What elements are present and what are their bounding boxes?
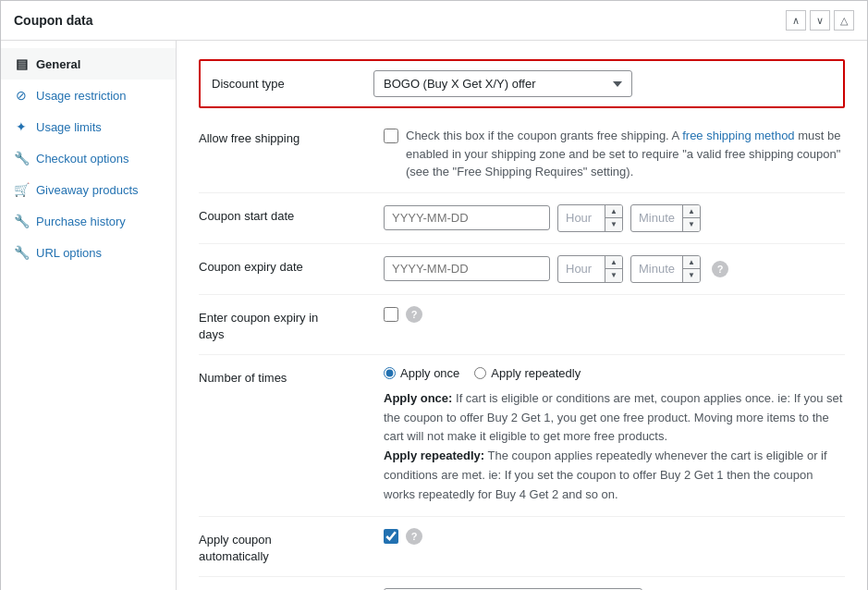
usage-limits-icon: ✦: [14, 119, 29, 134]
coupon-expiry-days-label-line2: days: [199, 327, 224, 341]
sidebar: ▤ General ⊘ Usage restriction ✦ Usage li…: [1, 41, 177, 590]
coupon-start-hour-spinner: Hour ▲ ▼: [557, 204, 623, 232]
purchase-history-icon: 🔧: [14, 214, 29, 228]
sidebar-item-purchase-history[interactable]: 🔧 Purchase history: [1, 205, 176, 237]
sidebar-item-usage-restriction[interactable]: ⊘ Usage restriction: [1, 80, 176, 111]
coupon-expiry-help-icon[interactable]: ?: [712, 261, 728, 277]
number-of-times-radio-group: Apply once Apply repeatedly: [384, 366, 845, 380]
general-icon: ▤: [14, 56, 29, 71]
number-of-times-description: Apply once: If cart is eligible or condi…: [384, 389, 845, 505]
coupon-expiry-days-label-line1: Enter coupon expiry in: [199, 311, 318, 325]
number-of-times-row: Number of times Apply once Apply repeate…: [199, 355, 845, 517]
free-shipping-method-link[interactable]: free shipping method: [682, 129, 794, 142]
coupon-start-hour-up[interactable]: ▲: [605, 205, 622, 218]
title-bar: Coupon data ∧ ∨ △: [1, 1, 867, 41]
apply-once-radio[interactable]: [384, 367, 396, 379]
coupon-data-window: Coupon data ∧ ∨ △ ▤ General ⊘ Usage rest…: [0, 0, 868, 590]
coupon-expiry-date-content: Hour ▲ ▼ Minute ▲ ▼: [384, 255, 845, 283]
sidebar-item-url-options[interactable]: 🔧 URL options: [1, 237, 176, 268]
number-of-times-label: Number of times: [199, 366, 384, 387]
apply-automatically-label-line2: automatically: [199, 549, 269, 563]
coupon-expiry-days-help-icon[interactable]: ?: [406, 306, 422, 323]
coupon-expiry-minute-label: Minute: [631, 257, 682, 280]
number-of-times-content: Apply once Apply repeatedly Apply once: …: [384, 366, 845, 505]
display-coupon-in-row: Display coupon in ?: [199, 577, 845, 590]
coupon-expiry-days-label: Enter coupon expiry in days: [199, 306, 384, 343]
apply-once-text: Apply once: [400, 366, 459, 380]
sidebar-item-giveaway-products-label: Giveaway products: [36, 183, 139, 197]
discount-type-select[interactable]: BOGO (Buy X Get X/Y) offer Percentage di…: [373, 70, 632, 97]
coupon-start-minute-buttons: ▲ ▼: [682, 205, 700, 231]
collapse-button[interactable]: ∧: [786, 10, 806, 31]
coupon-expiry-minute-up[interactable]: ▲: [683, 256, 700, 269]
coupon-expiry-date-label: Coupon expiry date: [199, 255, 384, 276]
coupon-expiry-hour-label: Hour: [558, 257, 605, 280]
apply-repeatedly-text: Apply repeatedly: [491, 366, 581, 380]
coupon-expiry-minute-spinner: Minute ▲ ▼: [630, 255, 701, 283]
coupon-expiry-days-checkbox[interactable]: [384, 307, 398, 322]
coupon-start-minute-down[interactable]: ▼: [683, 218, 700, 231]
title-bar-controls: ∧ ∨ △: [786, 10, 854, 31]
window-title: Coupon data: [14, 13, 93, 28]
coupon-expiry-date-inputs: Hour ▲ ▼ Minute ▲ ▼: [384, 255, 845, 283]
coupon-start-date-content: Hour ▲ ▼ Minute ▲ ▼: [384, 204, 845, 232]
apply-once-bold: Apply once:: [384, 391, 452, 405]
sidebar-item-usage-limits-label: Usage limits: [36, 120, 102, 134]
coupon-start-date-row: Coupon start date Hour ▲ ▼ Minute: [199, 193, 845, 244]
coupon-start-hour-label: Hour: [558, 206, 605, 229]
coupon-expiry-hour-up[interactable]: ▲: [605, 256, 622, 269]
apply-once-label[interactable]: Apply once: [384, 366, 459, 380]
coupon-start-hour-buttons: ▲ ▼: [605, 205, 622, 231]
coupon-expiry-minute-down[interactable]: ▼: [683, 269, 700, 282]
coupon-start-minute-label: Minute: [631, 206, 682, 229]
coupon-expiry-hour-down[interactable]: ▼: [605, 269, 622, 282]
free-shipping-description: Check this box if the coupon grants free…: [406, 127, 845, 181]
coupon-expiry-date-input[interactable]: [384, 256, 550, 281]
url-options-icon: 🔧: [14, 245, 29, 260]
content-area: Discount type BOGO (Buy X Get X/Y) offer…: [177, 41, 867, 590]
sidebar-item-giveaway-products[interactable]: 🛒 Giveaway products: [1, 174, 176, 205]
sidebar-item-usage-limits[interactable]: ✦ Usage limits: [1, 111, 176, 142]
sidebar-item-general-label: General: [36, 57, 80, 71]
coupon-expiry-days-row: Enter coupon expiry in days ?: [199, 295, 845, 355]
apply-repeatedly-bold: Apply repeatedly:: [384, 449, 484, 462]
apply-repeatedly-label[interactable]: Apply repeatedly: [474, 366, 581, 380]
discount-type-row: Discount type BOGO (Buy X Get X/Y) offer…: [199, 59, 845, 108]
fullscreen-button[interactable]: △: [834, 10, 854, 31]
checkout-options-icon: 🔧: [14, 151, 29, 166]
allow-free-shipping-row: Allow free shipping Check this box if th…: [199, 116, 845, 193]
apply-automatically-help-icon[interactable]: ?: [406, 528, 422, 545]
coupon-start-date-input[interactable]: [384, 205, 550, 230]
allow-free-shipping-content: Check this box if the coupon grants free…: [384, 127, 845, 181]
sidebar-item-checkout-options-label: Checkout options: [36, 152, 128, 166]
apply-automatically-content: ?: [384, 528, 845, 545]
sidebar-item-usage-restriction-label: Usage restriction: [36, 89, 127, 103]
apply-automatically-row: Apply coupon automatically ?: [199, 517, 845, 577]
apply-once-description: If cart is eligible or conditions are me…: [384, 391, 842, 444]
coupon-expiry-date-row: Coupon expiry date Hour ▲ ▼ Minute: [199, 244, 845, 295]
allow-free-shipping-label: Allow free shipping: [199, 127, 384, 147]
coupon-start-minute-up[interactable]: ▲: [683, 205, 700, 218]
usage-restriction-icon: ⊘: [14, 88, 29, 103]
coupon-expiry-days-content: ?: [384, 306, 845, 323]
sidebar-item-url-options-label: URL options: [36, 246, 102, 260]
coupon-start-date-label: Coupon start date: [199, 204, 384, 225]
coupon-expiry-minute-buttons: ▲ ▼: [682, 256, 700, 282]
free-shipping-checkbox[interactable]: [384, 129, 398, 143]
coupon-expiry-hour-spinner: Hour ▲ ▼: [557, 255, 623, 283]
sidebar-item-general[interactable]: ▤ General: [1, 48, 176, 80]
giveaway-products-icon: 🛒: [14, 182, 29, 197]
expand-button[interactable]: ∨: [810, 10, 830, 31]
apply-repeatedly-radio[interactable]: [474, 367, 486, 379]
apply-automatically-label: Apply coupon automatically: [199, 528, 384, 565]
coupon-start-date-inputs: Hour ▲ ▼ Minute ▲ ▼: [384, 204, 845, 232]
apply-automatically-checkbox[interactable]: [384, 529, 398, 544]
apply-automatically-label-line1: Apply coupon: [199, 533, 272, 547]
sidebar-item-purchase-history-label: Purchase history: [36, 215, 126, 228]
coupon-start-minute-spinner: Minute ▲ ▼: [630, 204, 701, 232]
free-shipping-checkbox-row: Check this box if the coupon grants free…: [384, 127, 845, 181]
sidebar-item-checkout-options[interactable]: 🔧 Checkout options: [1, 142, 176, 174]
coupon-start-hour-down[interactable]: ▼: [605, 218, 622, 231]
main-layout: ▤ General ⊘ Usage restriction ✦ Usage li…: [1, 41, 867, 590]
discount-type-label: Discount type: [212, 77, 373, 91]
